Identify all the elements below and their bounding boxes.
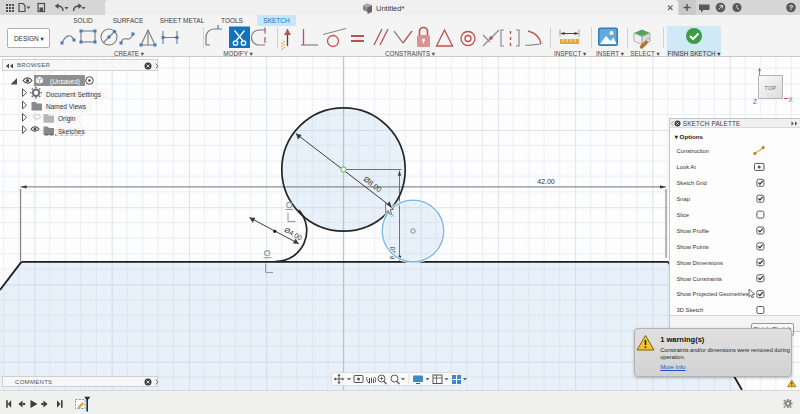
svg-text:Sketches: Sketches (58, 128, 85, 135)
svg-text:(Unsaved): (Unsaved) (50, 78, 80, 86)
svg-text:X: X (789, 96, 794, 103)
svg-text:Slice: Slice (676, 211, 689, 217)
svg-text:Snap: Snap (676, 196, 690, 202)
svg-text:Z: Z (753, 98, 757, 105)
svg-text:Origin: Origin (58, 115, 76, 123)
svg-text:42.00: 42.00 (537, 178, 555, 185)
svg-text:Construction: Construction (676, 148, 709, 154)
svg-text:Named Views: Named Views (46, 103, 87, 110)
svg-text:3D Sketch: 3D Sketch (676, 307, 703, 313)
svg-text:Look At: Look At (676, 164, 696, 170)
svg-text:Show Points: Show Points (676, 243, 708, 249)
svg-text:Show Dimensions: Show Dimensions (676, 259, 722, 265)
svg-text:Document Settings: Document Settings (46, 91, 102, 99)
svg-text:Sketch Grid: Sketch Grid (676, 180, 706, 186)
svg-text:Show Projected Geometries: Show Projected Geometries (676, 291, 748, 297)
svg-text:Show Profile: Show Profile (676, 227, 709, 233)
svg-text:Show Constraints: Show Constraints (676, 275, 722, 281)
